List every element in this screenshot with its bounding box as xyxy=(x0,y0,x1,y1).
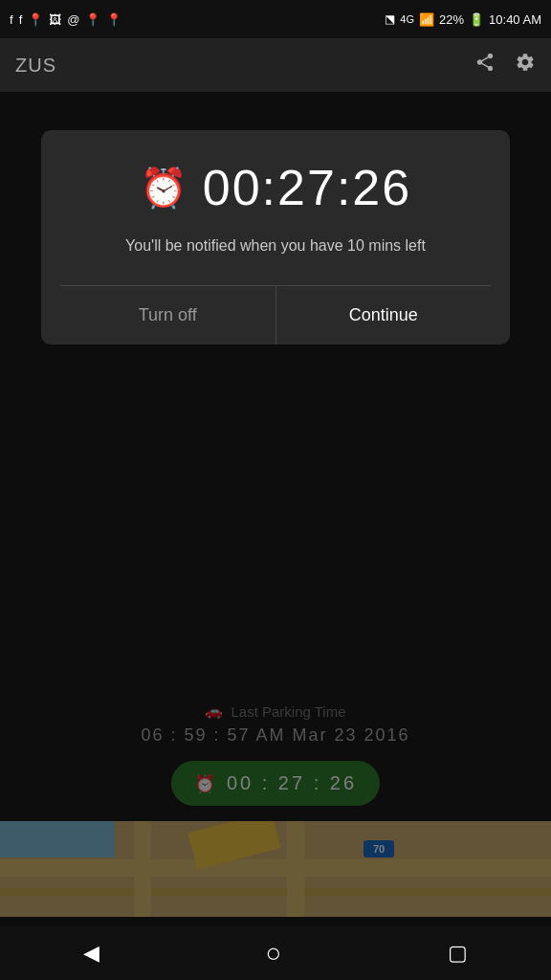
back-button[interactable]: ◀ xyxy=(83,941,99,966)
clock: 10:40 AM xyxy=(489,12,541,27)
maps-icon: 📍 xyxy=(85,12,100,27)
status-bar: f f 📍 🖼 @ 📍 📍 ⬔ 4G 📶 22% 🔋 10:40 AM xyxy=(0,0,551,38)
main-content: ⏰ 00:27:26 You'll be notified when you h… xyxy=(0,92,551,926)
modal-overlay: ⏰ 00:27:26 You'll be notified when you h… xyxy=(0,92,551,926)
app-bar-actions xyxy=(474,52,536,78)
alarm-clock-icon: ⏰ xyxy=(140,166,187,211)
modal-message: You'll be notified when you have 10 mins… xyxy=(60,235,491,256)
battery-icon: 🔋 xyxy=(469,12,484,27)
app-title: ZUS xyxy=(15,55,56,77)
home-button[interactable]: ○ xyxy=(266,938,282,969)
nav-bar: ◀ ○ ▢ xyxy=(0,926,551,980)
modal-timer-display: 00:27:26 xyxy=(203,159,411,216)
status-bar-left: f f 📍 🖼 @ 📍 📍 xyxy=(10,12,121,27)
signal-bars: 📶 xyxy=(419,12,434,27)
location-icon: 📍 xyxy=(28,12,43,27)
facebook-icon: f xyxy=(10,12,13,27)
app-bar: ZUS xyxy=(0,38,551,92)
modal-dialog: ⏰ 00:27:26 You'll be notified when you h… xyxy=(41,130,510,345)
recents-button[interactable]: ▢ xyxy=(448,941,468,966)
modal-buttons: Turn off Continue xyxy=(60,285,491,345)
status-bar-right: ⬔ 4G 📶 22% 🔋 10:40 AM xyxy=(385,12,541,27)
share-icon[interactable] xyxy=(474,52,496,78)
bluetooth-icon: ⬔ xyxy=(385,12,395,26)
modal-timer-row: ⏰ 00:27:26 xyxy=(60,159,491,216)
network-icon: 4G xyxy=(400,13,414,25)
turn-off-button[interactable]: Turn off xyxy=(60,286,276,345)
settings-icon[interactable] xyxy=(515,52,536,78)
maps-icon2: 📍 xyxy=(106,12,121,27)
battery-percent: 22% xyxy=(439,12,464,27)
image-icon: 🖼 xyxy=(49,12,61,27)
facebook-icon2: f xyxy=(19,12,23,27)
continue-button[interactable]: Continue xyxy=(276,286,492,345)
at-icon: @ xyxy=(67,12,79,27)
